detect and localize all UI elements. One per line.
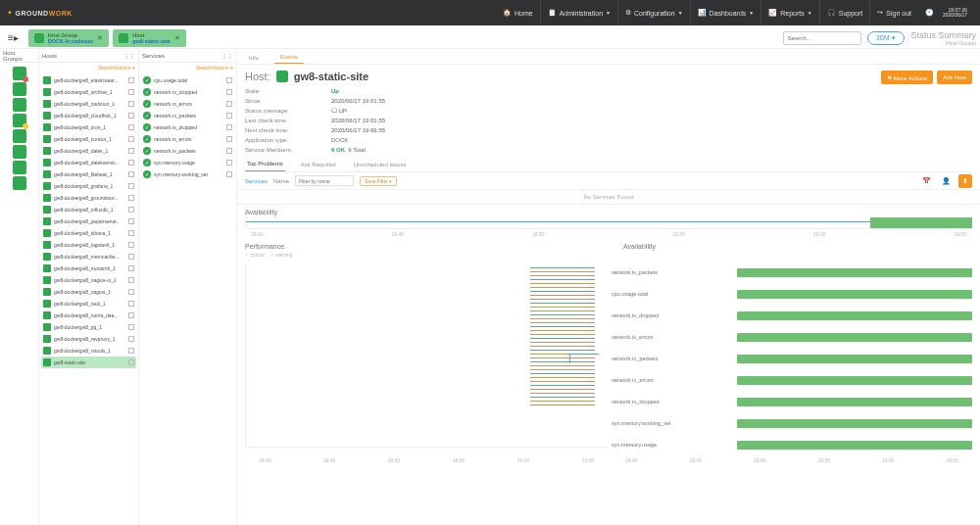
host-item[interactable]: gw8-dockergw8_rstools_1 (41, 345, 136, 357)
host-item[interactable]: gw8-dockergw8_curator_1 (41, 133, 136, 145)
services-actions[interactable]: Search/Actions ▾ (196, 65, 233, 71)
host-item[interactable]: gw8-dockergw8_elasticsear... (41, 74, 136, 86)
filter-services-label[interactable]: Services (245, 178, 268, 184)
checkbox[interactable] (128, 101, 134, 107)
checkbox[interactable] (128, 171, 134, 177)
host-item[interactable]: gw8-static-site (41, 357, 136, 368)
checkbox[interactable] (128, 183, 134, 189)
hostgroup-item[interactable] (13, 82, 26, 96)
host-item[interactable]: gw8-dockergw8_nagios-ui_1 (41, 274, 136, 286)
checkbox[interactable] (128, 359, 134, 365)
problem-tab[interactable]: Unscheduled Issues (352, 158, 409, 171)
hostgroup-item[interactable] (13, 114, 26, 127)
service-item[interactable]: ✓network.tx_dropped (141, 121, 234, 133)
hostgroup-item[interactable] (13, 176, 26, 190)
checkbox[interactable] (128, 218, 134, 224)
tab-events[interactable]: Events (274, 51, 304, 64)
checkbox[interactable] (226, 89, 232, 95)
host-item[interactable]: gw8-dockergw8_noma_dae... (41, 310, 136, 321)
service-item[interactable]: ✓syn.memory.working_set (141, 168, 234, 180)
checkbox[interactable] (226, 171, 232, 177)
save-filter-button[interactable]: Save Filter ▾ (360, 176, 397, 186)
host-item[interactable]: gw8-dockergw8_dalekservic... (41, 157, 136, 168)
checkbox[interactable] (226, 160, 232, 166)
host-item[interactable]: gw8-dockergw8_filebeat_1 (41, 168, 136, 180)
checkbox[interactable] (128, 207, 134, 213)
host-item[interactable]: gw8-dockergw8_memcache... (41, 251, 136, 262)
host-item[interactable]: gw8-dockergw8_jasperserve... (41, 215, 136, 227)
host-item[interactable]: gw8-dockergw8_grafana_1 (41, 180, 136, 192)
checkbox[interactable] (128, 336, 134, 342)
checkbox[interactable] (128, 113, 134, 119)
nav-reports[interactable]: 📈Reports▼ (760, 0, 818, 25)
host-item[interactable]: gw8-dockergw8_cadvisor_1 (41, 98, 136, 110)
checkbox[interactable] (128, 77, 134, 83)
service-item[interactable]: ✓network.rx_packets (141, 110, 234, 121)
checkbox[interactable] (128, 195, 134, 201)
hostgroup-item[interactable] (13, 67, 26, 80)
nav-sign-out[interactable]: ↪Sign out (869, 0, 918, 25)
host-item[interactable]: gw8-dockergw8_revproxy_1 (41, 333, 136, 345)
checkbox[interactable] (128, 89, 134, 95)
problem-tab[interactable]: Ack Required (299, 158, 338, 171)
checkbox[interactable] (128, 312, 134, 318)
context-tab[interactable]: Host GroupDOCK-H:cadvisor✕ (28, 29, 109, 47)
host-item[interactable]: gw8-dockergw8_logstash_1 (41, 239, 136, 251)
checkbox[interactable] (128, 124, 134, 130)
checkbox[interactable] (128, 301, 134, 307)
host-item[interactable]: gw8-dockergw8_kibana_1 (41, 227, 136, 239)
hosts-actions[interactable]: Search/Actions ▾ (98, 65, 135, 71)
hostgroup-item[interactable] (13, 98, 26, 112)
checkbox[interactable] (128, 254, 134, 260)
hostgroup-item[interactable] (13, 145, 26, 159)
calendar-icon[interactable]: 📅 (919, 174, 933, 188)
host-item[interactable]: gw8-dockergw8_archive_1 (41, 86, 136, 98)
nav-home[interactable]: 🏠Home (496, 0, 540, 25)
close-icon[interactable]: ✕ (97, 34, 103, 42)
host-item[interactable]: gw8-dockergw8_groundwor... (41, 192, 136, 204)
menu-toggle-icon[interactable]: ≡▸ (4, 32, 23, 43)
checkbox[interactable] (128, 242, 134, 248)
nav-support[interactable]: 🎧Support (819, 0, 870, 25)
host-item[interactable]: gw8-dockergw8_cloudhub_1 (41, 110, 136, 121)
ack-now-button[interactable]: Ack Now (937, 71, 972, 84)
checkbox[interactable] (226, 136, 232, 142)
host-item[interactable]: gw8-dockergw8_influxdb_1 (41, 204, 136, 215)
more-actions-button[interactable]: ⚑ More Actions (881, 71, 933, 84)
service-item[interactable]: ✓network.rx_dropped (141, 86, 234, 98)
checkbox[interactable] (226, 101, 232, 107)
checkbox[interactable] (128, 348, 134, 354)
tab-info[interactable]: Info (243, 52, 265, 64)
host-item[interactable]: gw8-dockergw8_nedi_1 (41, 298, 136, 310)
checkbox[interactable] (226, 113, 232, 119)
checkbox[interactable] (128, 136, 134, 142)
host-item[interactable]: gw8-dockergw8_nagios_1 (41, 286, 136, 298)
service-item[interactable]: ✓network.tx_errors (141, 133, 234, 145)
checkbox[interactable] (128, 324, 134, 330)
close-icon[interactable]: ✕ (174, 34, 180, 42)
nav-administration[interactable]: 📋Administration▼ (540, 0, 617, 25)
download-icon[interactable]: ⬇ (958, 174, 972, 188)
host-item[interactable]: gw8-dockergw8_pg_1 (41, 321, 136, 333)
nav-configuration[interactable]: ⚙Configuration▼ (617, 0, 690, 25)
service-item[interactable]: ✓network.rx_errors (141, 98, 234, 110)
checkbox[interactable] (128, 230, 134, 236)
service-item[interactable]: ✓syn.memory.usage (141, 157, 234, 168)
time-range-pill[interactable]: 30M▾ (867, 31, 906, 45)
problem-tab[interactable]: Top Problems (245, 157, 285, 171)
nav-dashboards[interactable]: 📊Dashboards▼ (690, 0, 761, 25)
checkbox[interactable] (226, 77, 232, 83)
service-item[interactable]: ✓network.tx_packets (141, 145, 234, 157)
hostgroup-item[interactable] (13, 129, 26, 143)
checkbox[interactable] (226, 148, 232, 154)
global-search-input[interactable] (783, 31, 861, 45)
host-item[interactable]: gw8-dockergw8_cron_1 (41, 121, 136, 133)
host-item[interactable]: gw8-dockergw8_dalek_1 (41, 145, 136, 157)
checkbox[interactable] (128, 289, 134, 295)
checkbox[interactable] (128, 277, 134, 283)
checkbox[interactable] (128, 265, 134, 271)
filter-name-input[interactable] (295, 175, 354, 186)
user-icon[interactable]: 👤 (939, 174, 953, 188)
hostgroup-item[interactable] (13, 161, 26, 174)
checkbox[interactable] (128, 148, 134, 154)
